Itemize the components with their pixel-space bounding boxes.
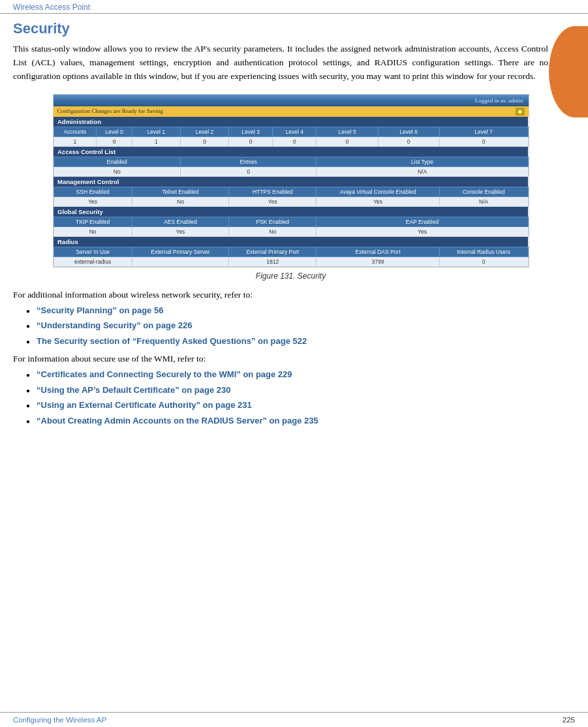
global-val-tkip: No bbox=[54, 226, 132, 236]
mgmt-col-console: Console Enabled bbox=[439, 187, 528, 196]
admin-val-level5: 0 bbox=[317, 136, 378, 146]
figure-security: Logged in as: admin Configuration Change… bbox=[53, 94, 529, 268]
mgmt-col-avaya: Avaya Virtual Console Enabled bbox=[317, 187, 439, 196]
list-item: “Using the AP’s Default Certificate” on … bbox=[26, 384, 568, 397]
admin-col-level4: Level 4 bbox=[273, 127, 317, 136]
admin-col-level5: Level 5 bbox=[317, 127, 378, 136]
section-radius-header: Radius bbox=[54, 236, 528, 247]
acl-col-enabled: Enabled bbox=[54, 157, 180, 166]
admin-col-level1: Level 1 bbox=[132, 127, 180, 136]
figure-save-icon: ■ bbox=[516, 108, 524, 116]
list-item: “Understanding Security” on page 226 bbox=[26, 319, 568, 332]
radius-col-internal: Internal Radius Users bbox=[439, 247, 528, 256]
radius-val-extport: 1812 bbox=[229, 256, 317, 266]
admin-val-level3: 0 bbox=[229, 136, 273, 146]
admin-val-level7: 0 bbox=[439, 136, 528, 146]
acl-col-entries: Entries bbox=[180, 157, 316, 166]
list-item: “Certificates and Connecting Securely to… bbox=[26, 368, 568, 381]
mgmt-val-https: Yes bbox=[229, 196, 317, 206]
section-administration-header: Administration bbox=[54, 117, 528, 127]
refer-text-1: For additional information about wireles… bbox=[13, 290, 568, 300]
main-content: Security This status-only window allows … bbox=[0, 14, 588, 446]
global-col-tkip: TKIP Enabled bbox=[54, 217, 132, 226]
admin-col-level7: Level 7 bbox=[439, 127, 528, 136]
global-col-aes: AES Enabled bbox=[132, 217, 228, 226]
figure-table: Administration Accounts Level 0 Level 1 … bbox=[54, 117, 529, 267]
section-management-header: Management Control bbox=[54, 176, 528, 187]
refer-text-2: For information about secure use of the … bbox=[13, 354, 568, 364]
admin-val-level1: 1 bbox=[132, 136, 180, 146]
global-val-eap: Yes bbox=[317, 226, 528, 236]
link-default-cert[interactable]: “Using the AP’s Default Certificate” on … bbox=[37, 384, 230, 397]
links-list-2: “Certificates and Connecting Securely to… bbox=[26, 368, 568, 427]
page-title: Security bbox=[13, 20, 568, 37]
mgmt-val-avaya: Yes bbox=[317, 196, 439, 206]
admin-col-level0: Level 0 bbox=[97, 127, 132, 136]
section-acl-header: Access Control List bbox=[54, 146, 528, 157]
mgmt-col-ssh: SSH Enabled bbox=[54, 187, 132, 196]
section-global-header: Global Security bbox=[54, 206, 528, 217]
mgmt-col-telnet: Telnet Enabled bbox=[132, 187, 228, 196]
mgmt-col-https: HTTPS Enabled bbox=[229, 187, 317, 196]
global-col-psk: PSK Enabled bbox=[229, 217, 317, 226]
footer-left: Configuring the Wireless AP bbox=[13, 716, 106, 724]
link-faq-security[interactable]: The Security section of “Frequently Aske… bbox=[37, 335, 307, 348]
link-certificates[interactable]: “Certificates and Connecting Securely to… bbox=[37, 368, 292, 381]
global-val-psk: No bbox=[229, 226, 317, 236]
figure-save-bar: Configuration Changes are Ready for Savi… bbox=[54, 106, 529, 117]
radius-val-dasport: 3799 bbox=[317, 256, 439, 266]
mgmt-val-ssh: Yes bbox=[54, 196, 132, 206]
link-security-planning[interactable]: “Security Planning” on page 56 bbox=[37, 304, 163, 317]
figure-logged-in: Logged in as: admin bbox=[475, 97, 523, 104]
admin-col-accounts: Accounts bbox=[54, 127, 97, 136]
admin-col-level6: Level 6 bbox=[378, 127, 439, 136]
admin-val-level4: 0 bbox=[273, 136, 317, 146]
breadcrumb: Wireless Access Point bbox=[13, 3, 90, 12]
list-item: “Security Planning” on page 56 bbox=[26, 304, 568, 317]
admin-val-accounts: 1 bbox=[54, 136, 97, 146]
radius-col-dasport: External DAS Port bbox=[317, 247, 439, 256]
admin-col-level3: Level 3 bbox=[229, 127, 273, 136]
admin-val-level2: 0 bbox=[180, 136, 228, 146]
link-external-cert[interactable]: “Using an External Certificate Authority… bbox=[37, 399, 252, 412]
figure-header: Logged in as: admin bbox=[54, 95, 529, 106]
global-val-aes: Yes bbox=[132, 226, 228, 236]
admin-val-level6: 0 bbox=[378, 136, 439, 146]
admin-col-level2: Level 2 bbox=[180, 127, 228, 136]
acl-val-listtype: N/A bbox=[317, 166, 528, 176]
radius-col-extprimary: External Primary Server bbox=[132, 247, 228, 256]
radius-val-server: external-radius bbox=[54, 256, 132, 266]
list-item: “Using an External Certificate Authority… bbox=[26, 399, 568, 412]
list-item: “About Creating Admin Accounts on the RA… bbox=[26, 414, 568, 427]
footer-right: 225 bbox=[563, 716, 575, 724]
links-list-1: “Security Planning” on page 56 “Understa… bbox=[26, 304, 568, 348]
radius-val-extprimary bbox=[132, 256, 228, 266]
link-understanding-security[interactable]: “Understanding Security” on page 226 bbox=[37, 319, 192, 332]
radius-col-server: Server In Use bbox=[54, 247, 132, 256]
list-item: The Security section of “Frequently Aske… bbox=[26, 335, 568, 348]
admin-val-level0: 0 bbox=[97, 136, 132, 146]
global-col-eap: EAP Enabled bbox=[317, 217, 528, 226]
figure-save-text: Configuration Changes are Ready for Savi… bbox=[57, 108, 163, 116]
figure-caption: Figure 131. Security bbox=[13, 271, 568, 281]
footer: Configuring the Wireless AP 225 bbox=[0, 712, 588, 727]
radius-col-extport: External Primary Port bbox=[229, 247, 317, 256]
top-bar: Wireless Access Point bbox=[0, 0, 588, 14]
acl-val-entries: 0 bbox=[180, 166, 316, 176]
mgmt-val-console: N/A bbox=[439, 196, 528, 206]
acl-col-listtype: List Type bbox=[317, 157, 528, 166]
radius-val-internal: 0 bbox=[439, 256, 528, 266]
acl-val-enabled: No bbox=[54, 166, 180, 176]
link-radius-admin[interactable]: “About Creating Admin Accounts on the RA… bbox=[37, 414, 318, 427]
body-paragraph: This status-only window allows you to re… bbox=[13, 42, 548, 84]
mgmt-val-telnet: No bbox=[132, 196, 228, 206]
